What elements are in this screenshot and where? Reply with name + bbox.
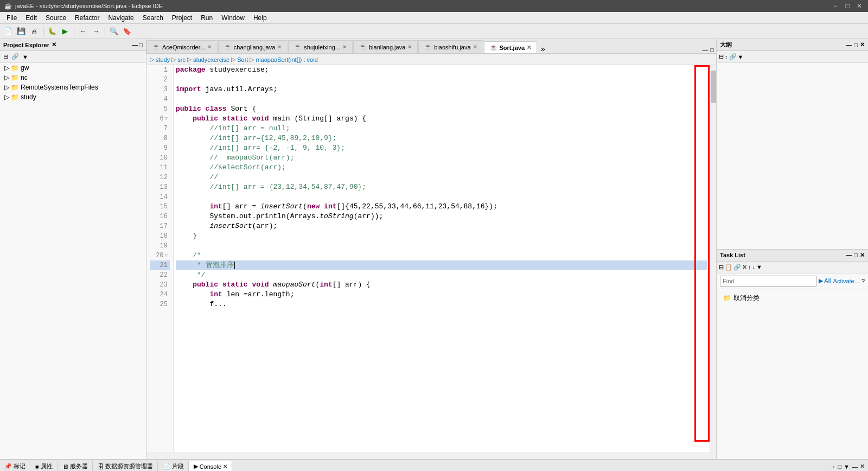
tab-overflow-button[interactable]: » (538, 44, 548, 53)
panel-btn2[interactable]: □ (838, 463, 841, 470)
tab-close[interactable]: ✕ (527, 44, 531, 50)
tb1[interactable]: ⊟ (719, 264, 724, 271)
outline-maximize[interactable]: □ (854, 42, 858, 48)
console-icon: ▶ (194, 463, 198, 470)
bottom-tab-console[interactable]: ▶ Console ✕ (189, 461, 232, 472)
code-line-1: package studyexercise; (176, 65, 707, 75)
maximize-editor-icon[interactable]: □ (710, 47, 714, 53)
bottom-tab-servers[interactable]: 🖥 服务器 (58, 461, 93, 472)
tab-aceq[interactable]: ☕ AceQmisorder... ✕ (146, 40, 218, 53)
horizontal-scrollbar[interactable] (146, 453, 716, 459)
tab-close[interactable]: ✕ (277, 44, 282, 50)
panel-btn4[interactable]: — (852, 463, 858, 470)
tree-item-remotetemp[interactable]: ▷ 📁 RemoteSystemsTempFiles (0, 82, 146, 92)
breadcrumb-studyexercise[interactable]: studyexercise (193, 56, 229, 63)
bottom-tab-mark[interactable]: 📌 标记 (0, 461, 30, 472)
code-content[interactable]: package studyexercise; import java.util.… (174, 65, 710, 453)
minimize-editor-icon[interactable]: — (702, 47, 708, 53)
forward-button[interactable]: → (90, 26, 102, 37)
menu-refactor[interactable]: Refactor (71, 13, 104, 23)
search-button[interactable]: 🔍 (108, 26, 120, 37)
menu-edit[interactable]: Edit (21, 13, 41, 23)
tb2[interactable]: 📋 (725, 264, 732, 271)
outline-btn1[interactable]: ⊟ (719, 53, 724, 60)
tab-icon: ☕ (152, 43, 160, 50)
find-all-label[interactable]: ▶ All (819, 277, 831, 284)
tb4[interactable]: ✕ (742, 264, 747, 271)
debug-button[interactable]: 🐛 (46, 26, 58, 37)
close-button[interactable]: ✕ (855, 2, 864, 10)
tab-close[interactable]: ✕ (342, 44, 347, 50)
link-with-editor-icon[interactable]: 🔗 (10, 52, 20, 61)
outline-minimize[interactable]: — (846, 42, 852, 48)
outline-btn3[interactable]: 🔗 (729, 53, 737, 60)
print-button[interactable]: 🖨 (28, 26, 40, 37)
ln-1: 1 (150, 65, 170, 75)
tab-changliang[interactable]: ☕ changliang.java ✕ (218, 40, 288, 53)
vertical-scrollbar[interactable] (710, 65, 716, 453)
tab-close[interactable]: ✕ (473, 44, 477, 50)
bottom-tab-datasource[interactable]: 🗄 数据源资源管理器 (93, 461, 158, 472)
menu-navigate[interactable]: Navigate (104, 13, 138, 23)
tree-item-study[interactable]: ▷ 📁 study (0, 92, 146, 102)
panel-btn1[interactable]: → (829, 463, 835, 470)
code-editor[interactable]: 1 2 3 4 5 6▽ 7 8 9 10 11 12 13 14 (146, 65, 716, 453)
menu-search[interactable]: Search (138, 13, 168, 23)
panel-btn3[interactable]: ▼ (844, 463, 850, 470)
tab-close[interactable]: ✕ (207, 44, 212, 50)
tab-label: 片段 (172, 462, 184, 470)
menu-project[interactable]: Project (168, 13, 196, 23)
tasklist-minimize[interactable]: — (846, 252, 852, 258)
outline-close[interactable]: ✕ (860, 41, 865, 48)
code-line-3: import java.util.Arrays; (176, 85, 707, 94)
console-close[interactable]: ✕ (223, 463, 227, 469)
outline-btn4[interactable]: ▼ (738, 54, 744, 60)
help-icon[interactable]: ? (861, 278, 865, 284)
outline-btn2[interactable]: ↕ (725, 54, 728, 60)
explorer-close-icon[interactable]: ✕ (52, 41, 56, 48)
tab-close[interactable]: ✕ (407, 44, 412, 50)
minimize-button[interactable]: − (831, 2, 840, 10)
save-button[interactable]: 💾 (15, 26, 27, 37)
ln-16: 16 (150, 212, 170, 221)
expand-icon: ▷ (4, 64, 9, 72)
tasklist-close[interactable]: ✕ (860, 252, 865, 259)
menu-source[interactable]: Source (41, 13, 71, 23)
scrollbar-thumb[interactable] (711, 71, 716, 103)
folder-icon: 📁 (11, 84, 19, 91)
breadcrumb-src[interactable]: src (177, 56, 186, 63)
view-menu-icon[interactable]: ▼ (21, 53, 29, 61)
menu-help[interactable]: Help (249, 13, 271, 23)
find-input[interactable] (720, 276, 816, 287)
tab-biaoshifu[interactable]: ☕ biaoshifu.java ✕ (418, 40, 483, 53)
explorer-minimize-icon[interactable]: — (132, 42, 138, 48)
tree-item-nc[interactable]: ▷ 📁 nc (0, 73, 146, 82)
bottom-tab-snippet[interactable]: 📄 片段 (158, 461, 189, 472)
run-button[interactable]: ▶ (59, 26, 71, 37)
breadcrumb-study[interactable]: study (156, 56, 170, 63)
category-item[interactable]: 📁 取消分类 (719, 291, 866, 305)
back-button[interactable]: ← (77, 26, 89, 37)
collapse-all-icon[interactable]: ⊟ (2, 52, 9, 61)
tb7[interactable]: ▼ (756, 264, 762, 270)
bookmark-button[interactable]: 🔖 (121, 26, 133, 37)
tasklist-maximize[interactable]: □ (854, 252, 858, 258)
tb3[interactable]: 🔗 (733, 264, 741, 271)
panel-btn5[interactable]: ✕ (860, 463, 865, 470)
tab-bianliang[interactable]: ☕ bianliang.java ✕ (353, 40, 418, 53)
new-button[interactable]: 📄 (2, 26, 14, 37)
tb6[interactable]: ↓ (752, 264, 756, 270)
menu-file[interactable]: File (2, 13, 21, 23)
tb5[interactable]: ↑ (748, 264, 751, 270)
tab-sort[interactable]: ☕ Sort.java ✕ (484, 41, 537, 54)
bottom-tab-props[interactable]: ■ 属性 (31, 461, 58, 472)
activate-label[interactable]: Activate... (833, 278, 859, 284)
explorer-maximize-icon[interactable]: □ (139, 42, 143, 48)
maximize-button[interactable]: □ (843, 2, 852, 10)
breadcrumb-method[interactable]: maopaoSort(int[]) : void (256, 56, 317, 63)
tab-shuju[interactable]: ☕ shujuleixing... ✕ (288, 40, 353, 53)
tree-item-gw[interactable]: ▷ 📁 gw (0, 63, 146, 73)
menu-run[interactable]: Run (196, 13, 217, 23)
breadcrumb-sort[interactable]: Sort (237, 56, 248, 63)
menu-window[interactable]: Window (217, 13, 249, 23)
